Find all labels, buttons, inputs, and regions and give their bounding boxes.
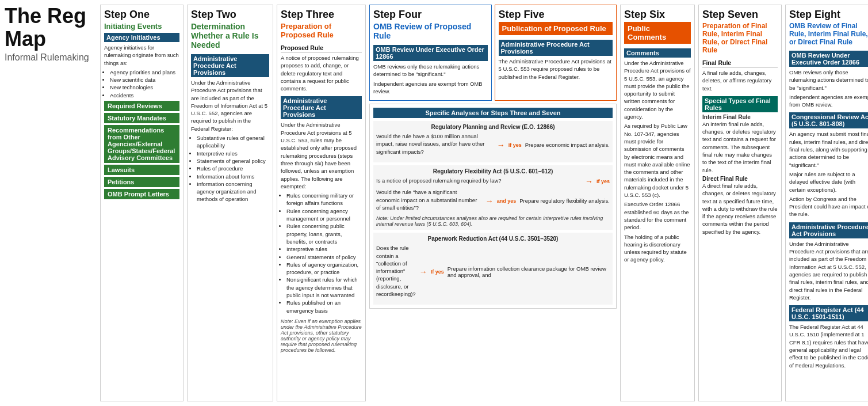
step7-interim-heading: Interim Final Rule — [702, 114, 778, 120]
reg-planning-if-yes: If yes — [508, 142, 522, 148]
step7-title: Preparation of Final Rule, Interim Final… — [702, 22, 778, 54]
step6-body2: As required by Public Law No. 107-347, a… — [624, 122, 691, 199]
step3-proposed-heading: Proposed Rule — [281, 44, 362, 53]
steps-4-5-row: Step Four OMB Review of Proposed Rule OM… — [369, 5, 617, 101]
step4-title: OMB Review of Proposed Rule — [373, 22, 488, 40]
step6-section-heading: Comments — [624, 48, 691, 58]
page: The Reg Map Informal Rulemaking Step One… — [0, 0, 868, 406]
paperwork-if-yes: If yes — [431, 269, 444, 275]
step8-number: Step Eight — [789, 9, 868, 21]
reg-flex-row1: Is a notice of proposed rulemaking requi… — [376, 177, 610, 186]
step2-title: Determination Whether a Rule Is Needed — [191, 22, 269, 50]
sub-title: Informal Rulemaking — [5, 52, 97, 63]
reg-flex-box: Regulatory Flexibility Act (5 U.S.C. 601… — [373, 165, 613, 230]
step1-recommendations[interactable]: Recommendations from Other Agencies/Exte… — [104, 125, 179, 163]
step8-cra-body: An agency must submit most final rules, … — [789, 130, 868, 168]
step8-fra-body: The Federal Register Act at 44 U.S.C. 15… — [789, 323, 868, 369]
reg-flex-arrow2: → — [485, 196, 494, 206]
step1-petitions[interactable]: Petitions — [104, 177, 179, 187]
step1-number: Step One — [104, 9, 179, 21]
step5-title: Publication of Proposed Rule — [499, 22, 613, 35]
step8-cra-body2: Major rules are subject to a delayed eff… — [789, 170, 868, 193]
paperwork-box: Paperwork Reduction Act (44 U.S.C. 3501–… — [373, 233, 613, 305]
step4-section-heading: OMB Review Under Executive Order 12866 — [373, 45, 488, 61]
step8-apa-heading: Administrative Procedure Act Provisions — [789, 222, 868, 238]
step7-final-heading: Final Rule — [702, 59, 778, 68]
step1-bullets: Agency priorities and plans New scientif… — [110, 69, 179, 99]
bullet-item: Interpretive rules — [286, 245, 362, 253]
bullet-item: Rules concerning public property, loans,… — [286, 222, 362, 245]
reg-planning-arrow: → — [497, 141, 505, 150]
paperwork-arrow: → — [419, 267, 427, 276]
bullet-item: Rules of agency organization, procedure,… — [286, 261, 362, 276]
bullet-item: New technologies — [110, 84, 179, 91]
step8-title: OMB Review of Final Rule, Interim Final … — [789, 22, 868, 46]
middle-area: Step Four OMB Review of Proposed Rule OM… — [369, 5, 617, 401]
step3-note: Note: Even if an exemption applies under… — [281, 318, 362, 353]
step3-apa-heading: Administrative Procedure Act Provisions — [281, 96, 362, 119]
step3-proposed-body: A notice of proposed rulemaking proposes… — [281, 54, 362, 92]
step8-omb-note: Independent agencies are exempt from OMB… — [789, 93, 868, 109]
reg-flex-action: Prepare regulatory flexibility analysis. — [519, 198, 610, 204]
bullet-item: General statements of policy — [286, 253, 362, 261]
step1-section-body: Agency initiatives for rulemaking origin… — [104, 44, 179, 67]
step1-section-heading: Agency Initiatives — [104, 33, 179, 42]
reg-flex-arrow1: → — [585, 177, 593, 186]
reg-planning-action: Prepare economic impact analysis. — [525, 142, 610, 148]
step4-number: Step Four — [373, 9, 488, 21]
bullet-item: Information about forms — [197, 173, 269, 180]
step1-omb-prompt[interactable]: OMB Prompt Letters — [104, 189, 179, 199]
bullet-item: Accidents — [110, 92, 179, 99]
step8-cra-body3: Action by Congress and the President cou… — [789, 195, 868, 218]
bullet-item: Rules concerning agency management or pe… — [286, 207, 362, 223]
reg-planning-heading: Regulatory Planning and Review (E.O. 128… — [376, 124, 610, 130]
title-area: The Reg Map Informal Rulemaking — [5, 5, 97, 401]
main-title: The Reg Map — [5, 5, 97, 50]
step4-note: Independent agencies are exempt from OMB… — [373, 80, 488, 96]
step1-column: Step One Initiating Events Agency Initia… — [100, 5, 183, 401]
step6-body4: The holding of a public hearing is discr… — [624, 233, 691, 264]
step5-column: Step Five Publication of Proposed Rule A… — [495, 5, 617, 101]
step1-lawsuits[interactable]: Lawsuits — [104, 165, 179, 175]
step6-title: Public Comments — [624, 22, 691, 44]
bullet-item: Agency priorities and plans — [110, 69, 179, 76]
reg-planning-box: Regulatory Planning and Review (E.O. 128… — [373, 121, 613, 162]
step8-omb-body: OMB reviews only those rulemaking action… — [789, 69, 868, 92]
step7-number: Step Seven — [702, 9, 778, 21]
step2-column: Step Two Determination Whether a Rule Is… — [187, 5, 273, 401]
reg-flex-note: Note: Under limited circumstances analys… — [376, 215, 610, 227]
bullet-item: Rules concerning military or foreign aff… — [286, 192, 362, 207]
bullet-item: New scientific data — [110, 76, 179, 84]
step8-column: Step Eight OMB Review of Final Rule, Int… — [785, 5, 868, 401]
step6-body3: Executive Order 12866 established 60 day… — [624, 200, 691, 231]
step1-title: Initiating Events — [104, 22, 179, 31]
bullet-item: Substantive rules of general applicabili… — [197, 134, 269, 150]
step7-final-body: A final rule adds, changes, deletes, or … — [702, 69, 778, 92]
bullet-item: Rules published on an emergency basis — [286, 299, 362, 314]
step5-body: The Administrative Procedure Act provisi… — [499, 58, 613, 81]
reg-planning-question: Would the rule have a $100 million annua… — [376, 132, 494, 155]
reg-flex-heading: Regulatory Flexibility Act (5 U.S.C. 601… — [376, 168, 610, 174]
step3-title: Preparation of Proposed Rule — [281, 22, 362, 39]
step2-number: Step Two — [191, 9, 269, 21]
step8-cra-heading: Congressional Review Act (5 U.S.C. 801-8… — [789, 112, 868, 128]
step2-body: Under the Administrative Procedure Act p… — [191, 79, 269, 132]
step1-statutory-mandates[interactable]: Statutory Mandates — [104, 113, 179, 123]
analyses-box: Specific Analyses for Steps Three and Se… — [369, 104, 617, 309]
reg-flex-if-yes1: If yes — [596, 179, 610, 184]
paperwork-action: Prepare information collection clearance… — [448, 265, 610, 278]
paperwork-question: Does the rule contain a "collection of i… — [376, 244, 416, 298]
step1-required-reviews[interactable]: Required Reviews — [104, 101, 179, 111]
step8-omb-heading: OMB Review Under Executive Order 12866 — [789, 51, 868, 67]
step5-number: Step Five — [499, 9, 613, 21]
step4-column: Step Four OMB Review of Proposed Rule OM… — [369, 5, 492, 101]
step5-section-heading: Administrative Procedure Act Provisions — [499, 40, 613, 56]
reg-flex-if-yes2: and yes — [497, 198, 517, 204]
step8-fra-heading: Federal Register Act (44 U.S.C. 1501-151… — [789, 305, 868, 321]
reg-flex-row2: Would the rule "have a significant econo… — [376, 188, 610, 213]
step4-body: OMB reviews only those rulemaking action… — [373, 63, 488, 78]
step2-section-heading: Administrative Procedure Act Provisions — [191, 54, 269, 77]
bullet-item: Statements of general policy — [197, 157, 269, 165]
step3-apa-body: Under the Administrative Procedure Act p… — [281, 121, 362, 190]
analyses-main-heading: Specific Analyses for Steps Three and Se… — [373, 108, 613, 118]
